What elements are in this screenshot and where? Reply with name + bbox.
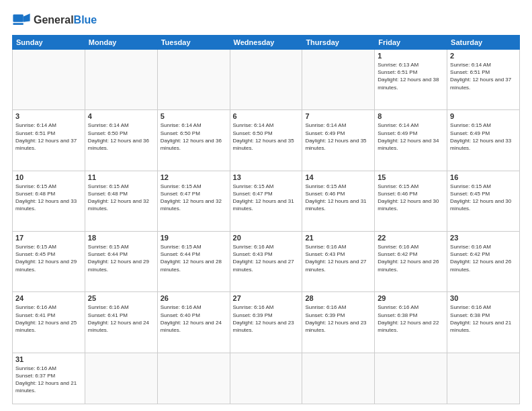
calendar-cell: 16Sunrise: 6:15 AMSunset: 6:45 PMDayligh… — [447, 171, 520, 231]
day-info: Sunrise: 6:15 AMSunset: 6:44 PMDaylight:… — [88, 243, 154, 273]
calendar-cell: 26Sunrise: 6:16 AMSunset: 6:40 PMDayligh… — [157, 292, 230, 353]
calendar-cell — [230, 353, 302, 404]
calendar-cell: 27Sunrise: 6:16 AMSunset: 6:39 PMDayligh… — [230, 292, 302, 353]
day-info: Sunrise: 6:15 AMSunset: 6:46 PMDaylight:… — [305, 183, 371, 213]
calendar-cell: 29Sunrise: 6:16 AMSunset: 6:38 PMDayligh… — [375, 292, 447, 353]
day-number: 27 — [233, 294, 300, 302]
day-number: 9 — [450, 112, 517, 120]
calendar-cell: 1Sunrise: 6:13 AMSunset: 6:51 PMDaylight… — [375, 50, 447, 110]
day-number: 1 — [378, 52, 444, 60]
day-info: Sunrise: 6:14 AMSunset: 6:50 PMDaylight:… — [233, 122, 300, 152]
calendar-cell: 11Sunrise: 6:15 AMSunset: 6:48 PMDayligh… — [85, 171, 157, 231]
day-info: Sunrise: 6:14 AMSunset: 6:49 PMDaylight:… — [305, 122, 371, 152]
day-number: 19 — [161, 234, 227, 242]
calendar-cell — [157, 50, 230, 110]
calendar-cell: 25Sunrise: 6:16 AMSunset: 6:41 PMDayligh… — [85, 292, 157, 353]
day-number: 23 — [450, 234, 517, 242]
day-info: Sunrise: 6:16 AMSunset: 6:40 PMDaylight:… — [161, 304, 227, 334]
day-number: 4 — [88, 112, 154, 120]
day-header-tuesday: Tuesday — [157, 36, 230, 50]
day-number: 11 — [88, 173, 154, 181]
day-number: 13 — [233, 173, 300, 181]
day-number: 29 — [378, 294, 444, 302]
calendar-week-row: 10Sunrise: 6:15 AMSunset: 6:48 PMDayligh… — [13, 171, 520, 231]
calendar-cell: 24Sunrise: 6:16 AMSunset: 6:41 PMDayligh… — [13, 292, 85, 353]
calendar-cell: 4Sunrise: 6:14 AMSunset: 6:50 PMDaylight… — [85, 110, 157, 171]
calendar-cell: 7Sunrise: 6:14 AMSunset: 6:49 PMDaylight… — [302, 110, 375, 171]
calendar-cell: 19Sunrise: 6:15 AMSunset: 6:44 PMDayligh… — [157, 232, 230, 292]
calendar-cell: 10Sunrise: 6:15 AMSunset: 6:48 PMDayligh… — [13, 171, 85, 231]
calendar-cell: 22Sunrise: 6:16 AMSunset: 6:42 PMDayligh… — [375, 232, 447, 292]
calendar-table: SundayMondayTuesdayWednesdayThursdayFrid… — [12, 35, 520, 404]
day-number: 8 — [378, 112, 444, 120]
day-info: Sunrise: 6:16 AMSunset: 6:39 PMDaylight:… — [305, 304, 371, 334]
day-info: Sunrise: 6:15 AMSunset: 6:47 PMDaylight:… — [161, 183, 227, 213]
day-number: 16 — [450, 173, 517, 181]
day-info: Sunrise: 6:16 AMSunset: 6:42 PMDaylight:… — [450, 243, 517, 273]
day-number: 20 — [233, 234, 300, 242]
calendar-cell: 30Sunrise: 6:16 AMSunset: 6:38 PMDayligh… — [447, 292, 520, 353]
calendar-cell: 20Sunrise: 6:16 AMSunset: 6:43 PMDayligh… — [230, 232, 302, 292]
day-number: 26 — [161, 294, 227, 302]
day-number: 28 — [305, 294, 371, 302]
day-info: Sunrise: 6:16 AMSunset: 6:39 PMDaylight:… — [233, 304, 300, 334]
day-header-saturday: Saturday — [447, 36, 520, 50]
day-number: 31 — [15, 355, 82, 363]
calendar-cell: 23Sunrise: 6:16 AMSunset: 6:42 PMDayligh… — [447, 232, 520, 292]
calendar-cell: 9Sunrise: 6:15 AMSunset: 6:49 PMDaylight… — [447, 110, 520, 171]
day-number: 21 — [305, 234, 371, 242]
calendar-cell — [302, 50, 375, 110]
day-number: 5 — [161, 112, 227, 120]
logo-text: GeneralBlue — [34, 15, 97, 26]
day-header-monday: Monday — [85, 36, 157, 50]
calendar-week-row: 17Sunrise: 6:15 AMSunset: 6:45 PMDayligh… — [13, 232, 520, 292]
calendar-cell: 12Sunrise: 6:15 AMSunset: 6:47 PMDayligh… — [157, 171, 230, 231]
svg-rect-0 — [13, 15, 23, 22]
calendar-cell — [447, 353, 520, 404]
day-number: 25 — [88, 294, 154, 302]
day-info: Sunrise: 6:14 AMSunset: 6:51 PMDaylight:… — [15, 122, 82, 152]
day-info: Sunrise: 6:15 AMSunset: 6:49 PMDaylight:… — [450, 122, 517, 152]
day-number: 14 — [305, 173, 371, 181]
calendar-week-row: 24Sunrise: 6:16 AMSunset: 6:41 PMDayligh… — [13, 292, 520, 353]
day-info: Sunrise: 6:15 AMSunset: 6:48 PMDaylight:… — [15, 183, 82, 213]
svg-rect-2 — [13, 23, 23, 25]
day-header-friday: Friday — [375, 36, 447, 50]
calendar-cell — [85, 50, 157, 110]
calendar-cell — [375, 353, 447, 404]
day-info: Sunrise: 6:14 AMSunset: 6:50 PMDaylight:… — [88, 122, 154, 152]
calendar-cell: 2Sunrise: 6:14 AMSunset: 6:51 PMDaylight… — [447, 50, 520, 110]
day-info: Sunrise: 6:16 AMSunset: 6:38 PMDaylight:… — [378, 304, 444, 334]
calendar-cell: 14Sunrise: 6:15 AMSunset: 6:46 PMDayligh… — [302, 171, 375, 231]
day-number: 18 — [88, 234, 154, 242]
calendar-cell: 21Sunrise: 6:16 AMSunset: 6:43 PMDayligh… — [302, 232, 375, 292]
calendar-week-row: 1Sunrise: 6:13 AMSunset: 6:51 PMDaylight… — [13, 50, 520, 110]
day-number: 12 — [161, 173, 227, 181]
calendar-cell — [230, 50, 302, 110]
day-number: 2 — [450, 52, 517, 60]
day-info: Sunrise: 6:14 AMSunset: 6:51 PMDaylight:… — [450, 61, 517, 91]
day-info: Sunrise: 6:15 AMSunset: 6:45 PMDaylight:… — [15, 243, 82, 273]
day-info: Sunrise: 6:15 AMSunset: 6:47 PMDaylight:… — [233, 183, 300, 213]
day-header-sunday: Sunday — [13, 36, 85, 50]
day-info: Sunrise: 6:16 AMSunset: 6:43 PMDaylight:… — [305, 243, 371, 273]
calendar-cell: 13Sunrise: 6:15 AMSunset: 6:47 PMDayligh… — [230, 171, 302, 231]
calendar-cell — [157, 353, 230, 404]
calendar-week-row: 3Sunrise: 6:14 AMSunset: 6:51 PMDaylight… — [13, 110, 520, 171]
day-info: Sunrise: 6:16 AMSunset: 6:41 PMDaylight:… — [88, 304, 154, 334]
day-info: Sunrise: 6:13 AMSunset: 6:51 PMDaylight:… — [378, 61, 444, 91]
calendar-cell: 31Sunrise: 6:16 AMSunset: 6:37 PMDayligh… — [13, 353, 85, 404]
calendar-cell: 8Sunrise: 6:14 AMSunset: 6:49 PMDaylight… — [375, 110, 447, 171]
calendar-cell: 28Sunrise: 6:16 AMSunset: 6:39 PMDayligh… — [302, 292, 375, 353]
day-number: 17 — [15, 234, 82, 242]
calendar-cell: 5Sunrise: 6:14 AMSunset: 6:50 PMDaylight… — [157, 110, 230, 171]
calendar-cell — [302, 353, 375, 404]
generalblue-logo-icon — [12, 11, 31, 30]
calendar-cell: 3Sunrise: 6:14 AMSunset: 6:51 PMDaylight… — [13, 110, 85, 171]
day-number: 7 — [305, 112, 371, 120]
calendar-cell — [85, 353, 157, 404]
day-info: Sunrise: 6:15 AMSunset: 6:48 PMDaylight:… — [88, 183, 154, 213]
calendar-cell: 17Sunrise: 6:15 AMSunset: 6:45 PMDayligh… — [13, 232, 85, 292]
day-info: Sunrise: 6:16 AMSunset: 6:41 PMDaylight:… — [15, 304, 82, 334]
calendar-cell: 18Sunrise: 6:15 AMSunset: 6:44 PMDayligh… — [85, 232, 157, 292]
